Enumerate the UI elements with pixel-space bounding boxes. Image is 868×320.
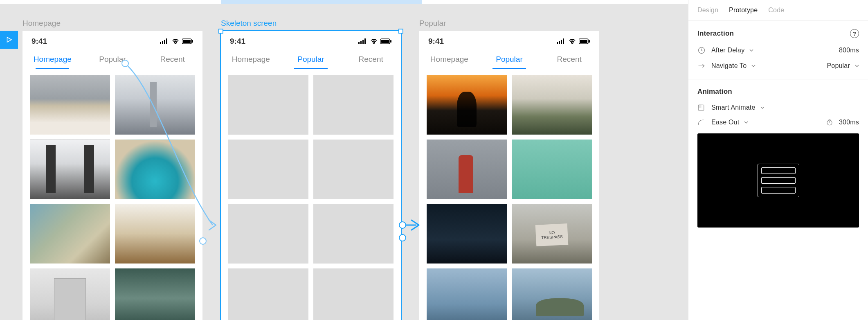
frame-label-popular[interactable]: Popular: [419, 19, 446, 28]
panel-tabs: Design Prototype Code: [688, 0, 868, 21]
smart-animate-icon: [697, 104, 711, 111]
status-time: 9:41: [31, 37, 47, 46]
play-icon: [5, 36, 13, 43]
ease-curve-icon: [697, 119, 711, 126]
grid-image[interactable]: [115, 140, 195, 199]
grid-image[interactable]: [30, 268, 110, 320]
grid-image[interactable]: [115, 268, 195, 320]
prototype-origin-node[interactable]: [399, 221, 406, 229]
grid-image[interactable]: [427, 140, 507, 199]
chevron-down-icon: [751, 64, 756, 68]
svg-rect-9: [362, 40, 364, 44]
grid-image[interactable]: [115, 204, 195, 264]
svg-rect-7: [358, 42, 360, 44]
easing-label: Ease Out: [711, 119, 739, 126]
skeleton-cell: [313, 75, 394, 135]
action-row[interactable]: Navigate To Popular: [697, 62, 859, 70]
grid-image[interactable]: [30, 75, 110, 135]
svg-rect-17: [563, 38, 564, 44]
animation-type-row[interactable]: Smart Animate: [697, 104, 859, 111]
status-time: 9:41: [428, 37, 444, 46]
trigger-label: After Delay: [711, 47, 744, 54]
signal-icon: [358, 38, 367, 44]
tab-recent[interactable]: Recent: [341, 51, 401, 69]
easing-row[interactable]: Ease Out 300ms: [697, 119, 859, 126]
panel-tab-design[interactable]: Design: [697, 7, 718, 14]
grid-image[interactable]: [427, 268, 507, 320]
frame-label-skeleton[interactable]: Skeleton screen: [221, 19, 277, 28]
grid-image[interactable]: [512, 268, 592, 320]
skeleton-cell: [313, 140, 394, 199]
prototype-node[interactable]: [399, 234, 406, 241]
image-grid: [22, 69, 202, 320]
status-bar: 9:41: [419, 31, 599, 48]
selection-handle[interactable]: [218, 29, 223, 34]
help-icon[interactable]: ?: [850, 29, 859, 38]
duration-value[interactable]: 300ms: [839, 119, 859, 126]
action-target[interactable]: Popular: [827, 62, 850, 70]
preview-graphic: [758, 164, 799, 197]
svg-rect-8: [360, 41, 362, 44]
grid-image[interactable]: [512, 204, 592, 264]
tab-homepage[interactable]: Homepage: [419, 51, 479, 69]
tab-recent[interactable]: Recent: [539, 51, 599, 69]
selection-handle[interactable]: [398, 29, 403, 34]
skeleton-cell: [228, 140, 308, 199]
animation-section: Animation Smart Animate Ease Out: [688, 79, 868, 237]
tab-popular[interactable]: Popular: [83, 51, 143, 69]
frame-label-homepage[interactable]: Homepage: [22, 19, 61, 28]
svg-rect-23: [698, 105, 701, 108]
wifi-icon: [568, 38, 576, 44]
ruler-selection: [221, 0, 422, 4]
trigger-row[interactable]: After Delay 800ms: [697, 46, 859, 54]
grid-image[interactable]: [427, 75, 507, 135]
frame-skeleton[interactable]: 9:41 Homepage Popular Recent: [221, 31, 401, 320]
tab-popular[interactable]: Popular: [479, 51, 540, 69]
tab-homepage[interactable]: Homepage: [221, 51, 281, 69]
prototype-origin-node[interactable]: [121, 60, 129, 67]
content-tabs: Homepage Popular Recent: [419, 48, 599, 69]
present-button[interactable]: [0, 31, 18, 49]
status-bar: 9:41: [22, 31, 202, 48]
frame-homepage[interactable]: 9:41 Homepage Popular Recent: [22, 31, 202, 320]
clock-icon: [697, 46, 711, 54]
properties-panel: Design Prototype Code Interaction ? Afte…: [688, 0, 868, 320]
svg-rect-16: [561, 40, 562, 44]
grid-image[interactable]: [427, 204, 507, 264]
grid-image[interactable]: [512, 75, 592, 135]
tab-recent[interactable]: Recent: [142, 51, 202, 69]
svg-rect-6: [192, 40, 193, 43]
svg-rect-2: [164, 40, 165, 44]
status-icons: [358, 38, 392, 44]
status-icons: [160, 38, 193, 44]
frame-popular[interactable]: 9:41 Homepage Popular Recent: [419, 31, 599, 320]
panel-tab-code[interactable]: Code: [768, 7, 784, 14]
wifi-icon: [370, 38, 378, 44]
svg-rect-3: [166, 38, 167, 44]
chevron-down-icon: [744, 120, 748, 124]
panel-tab-prototype[interactable]: Prototype: [729, 7, 758, 14]
grid-image[interactable]: [30, 204, 110, 264]
canvas[interactable]: Homepage 9:41 Homepage Popular Recent: [0, 4, 688, 320]
svg-rect-1: [162, 41, 163, 44]
arrow-right-icon: [697, 62, 711, 70]
grid-image[interactable]: [30, 140, 110, 199]
prototype-node[interactable]: [199, 237, 207, 245]
grid-image[interactable]: [115, 75, 195, 135]
chevron-down-icon: [749, 48, 753, 52]
svg-rect-12: [381, 40, 389, 43]
interaction-heading: Interaction: [697, 29, 734, 38]
battery-icon: [380, 38, 392, 44]
svg-rect-10: [364, 38, 366, 44]
tab-popular[interactable]: Popular: [281, 51, 341, 69]
grid-image[interactable]: [512, 140, 592, 199]
skeleton-cell: [228, 75, 308, 135]
tab-homepage[interactable]: Homepage: [22, 51, 83, 69]
chevron-down-icon: [855, 64, 859, 68]
content-tabs: Homepage Popular Recent: [22, 48, 202, 69]
trigger-value[interactable]: 800ms: [839, 47, 859, 54]
animation-preview[interactable]: [697, 133, 859, 228]
action-label: Navigate To: [711, 62, 747, 70]
skeleton-cell: [313, 268, 394, 320]
skeleton-cell: [313, 204, 394, 264]
